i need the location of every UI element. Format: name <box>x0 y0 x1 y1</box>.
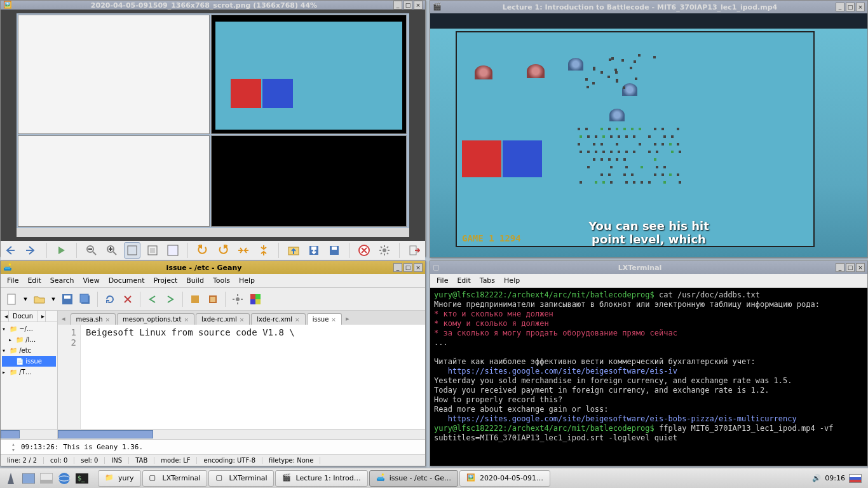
menu-help[interactable]: Help <box>500 275 524 286</box>
run-button[interactable] <box>229 291 246 308</box>
editor-tab[interactable]: lxde-rc.xml × <box>251 313 305 325</box>
flip-v-button[interactable] <box>255 242 272 259</box>
close-button[interactable]: × <box>856 3 865 11</box>
clock[interactable]: 09:16 <box>825 474 845 482</box>
editor-hscroll[interactable] <box>58 429 425 439</box>
close-button[interactable]: × <box>414 1 423 10</box>
sidebar-tab-documents[interactable]: Docun <box>9 311 37 322</box>
maximize-button[interactable]: □ <box>403 263 412 272</box>
menu-help[interactable]: Help <box>235 275 259 286</box>
zoom-in-button[interactable] <box>104 242 120 259</box>
maximize-button[interactable]: □ <box>846 263 855 272</box>
code-content[interactable]: Beigesoft Linux from source code V1.8 \ <box>81 325 425 429</box>
close-button[interactable]: × <box>856 263 865 272</box>
svg-rect-14 <box>8 294 15 304</box>
open-file-button[interactable] <box>31 291 48 308</box>
menu-tabs[interactable]: Tabs <box>476 275 499 286</box>
menu-project[interactable]: Project <box>150 275 182 286</box>
geany-menubar: FileEditSearchViewDocumentProjectBuildTo… <box>1 274 425 288</box>
settings-button[interactable] <box>376 242 393 259</box>
rotate-right-button[interactable] <box>215 242 231 259</box>
open-button[interactable] <box>285 242 302 259</box>
browser-launcher[interactable] <box>56 470 72 487</box>
volume-icon[interactable]: 🔊 <box>812 474 821 482</box>
menu-tools[interactable]: Tools <box>209 275 234 286</box>
editor-tab[interactable]: issue × <box>307 313 342 325</box>
keyboard-layout-flag[interactable] <box>849 474 862 483</box>
geany-titlebar[interactable]: 🛋️ issue - /etc - Geany _ □ × <box>1 261 425 274</box>
tree-item[interactable]: ▾📁 ~/… <box>2 323 56 334</box>
editor-tab[interactable]: mesa.sh × <box>71 313 116 325</box>
viewer-titlebar[interactable]: 🖼️ 2020-04-05-091509_1366x768_scrot.png … <box>1 1 425 10</box>
zoom-orig-button[interactable] <box>144 242 161 259</box>
geany-editor[interactable]: 12 Beigesoft Linux from source code V1.8… <box>58 325 425 429</box>
menu-search[interactable]: Search <box>46 275 78 286</box>
next-button[interactable] <box>24 242 40 259</box>
geany-file-tree[interactable]: ▾📁 ~/…▸📁 /l…▾📁 /etc📄 issue▸📁 /T… <box>1 322 57 429</box>
save-all-button[interactable] <box>77 291 93 308</box>
taskbar-item[interactable]: 🎬Lecture 1: Introd… <box>275 470 367 487</box>
new-file-button[interactable] <box>3 291 20 308</box>
taskbar-item[interactable]: ▢LXTerminal <box>142 470 208 487</box>
maximize-button[interactable]: □ <box>846 3 855 11</box>
video-titlebar[interactable]: 🎬 Lecture 1: Introduction to Battlecode … <box>430 1 867 13</box>
geany-tabs: ◂mesa.sh ×meson_options.txt ×lxde-rc.xml… <box>58 311 425 325</box>
term-titlebar[interactable]: ▢ LXTerminal _ □ × <box>430 261 867 274</box>
reload-button[interactable] <box>102 291 118 308</box>
menu-file[interactable]: File <box>3 275 22 286</box>
compile-button[interactable] <box>187 291 203 308</box>
zoom-out-button[interactable] <box>83 242 100 259</box>
zoom-fit-button[interactable] <box>124 242 140 259</box>
menu-build[interactable]: Build <box>182 275 208 286</box>
taskbar-item[interactable]: 🛋️issue - /etc - Ge… <box>369 470 458 487</box>
menu-view[interactable]: View <box>79 275 104 286</box>
nav-fwd-button[interactable] <box>162 291 179 308</box>
minimize-button[interactable]: _ <box>836 3 844 11</box>
menu-edit[interactable]: Edit <box>24 275 44 286</box>
minimize-button[interactable]: _ <box>836 263 844 272</box>
terminal-launcher[interactable]: $_ <box>74 470 90 487</box>
minimize-button[interactable]: _ <box>393 263 402 272</box>
menu-edit[interactable]: Edit <box>453 275 474 286</box>
new-menu-button[interactable]: ▾ <box>21 291 30 308</box>
save-file-button[interactable] <box>59 291 76 308</box>
tree-item[interactable]: ▸📁 /T… <box>2 367 56 377</box>
term-content[interactable]: yury@lfsc182222:/archext4/arc/mit/batlec… <box>430 288 867 466</box>
prev-button[interactable] <box>3 242 20 259</box>
menu-file[interactable]: File <box>433 275 452 286</box>
open-menu-button[interactable]: ▾ <box>49 291 58 308</box>
rotate-left-button[interactable] <box>194 242 211 259</box>
term-menubar: FileEditTabsHelp <box>430 274 867 288</box>
taskbar-item[interactable]: 🖼️2020-04-05-091… <box>459 470 550 487</box>
taskbar-item[interactable]: 📁yury <box>98 470 141 487</box>
screenshot-thumbnail <box>17 13 409 237</box>
flip-h-button[interactable] <box>235 242 252 259</box>
show-desktop-button[interactable] <box>20 470 37 487</box>
play-button[interactable] <box>53 242 70 259</box>
video-content[interactable]: GAME 1 1294 You can see his hit point le… <box>430 13 867 257</box>
start-menu-button[interactable] <box>3 470 19 487</box>
svg-point-30 <box>58 473 70 484</box>
build-button[interactable] <box>205 291 221 308</box>
msg-toggle-icon[interactable]: ▴▾ <box>6 442 21 453</box>
fullscreen-button[interactable] <box>165 242 181 259</box>
filemanager-launcher[interactable] <box>38 470 55 487</box>
color-picker-button[interactable] <box>247 291 264 308</box>
delete-button[interactable] <box>356 242 372 259</box>
save-as-button[interactable] <box>326 242 342 259</box>
tree-item[interactable]: ▾📁 /etc <box>2 345 56 356</box>
svg-rect-4 <box>150 248 155 253</box>
menu-document[interactable]: Document <box>105 275 149 286</box>
close-file-button[interactable] <box>119 291 136 308</box>
close-button[interactable]: × <box>414 263 423 272</box>
tree-item[interactable]: ▸📁 /l… <box>2 334 56 345</box>
editor-tab[interactable]: lxde-rc.xml × <box>196 313 250 325</box>
taskbar-item[interactable]: ▢LXTerminal <box>208 470 274 487</box>
tree-item[interactable]: 📄 issue <box>2 356 56 367</box>
minimize-button[interactable]: _ <box>393 1 402 10</box>
quit-button[interactable] <box>406 242 423 259</box>
maximize-button[interactable]: □ <box>403 1 412 10</box>
save-button[interactable] <box>306 242 322 259</box>
nav-back-button[interactable] <box>144 291 161 308</box>
editor-tab[interactable]: meson_options.txt × <box>117 313 194 325</box>
